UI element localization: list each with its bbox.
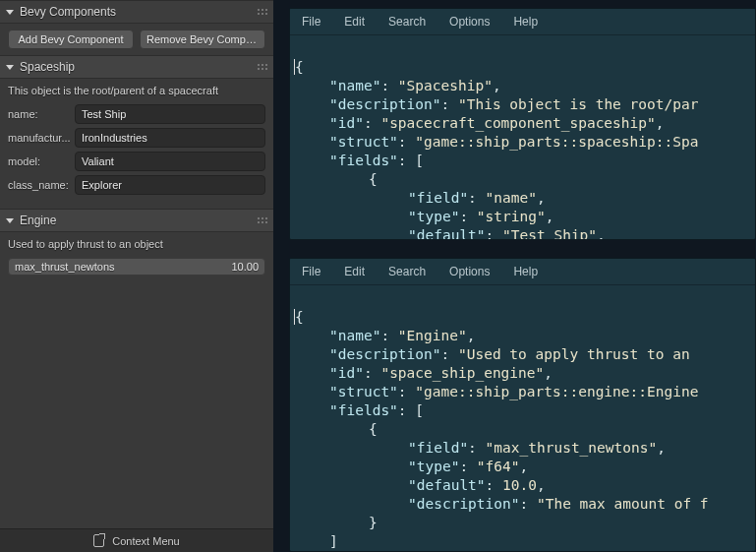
menu-edit[interactable]: Edit	[332, 261, 377, 282]
menu-help[interactable]: Help	[501, 11, 550, 32]
json-id: space_ship_engine	[389, 365, 535, 381]
json-field-type: string	[486, 209, 537, 224]
code-editor-menubar: File Edit Search Options Help	[290, 9, 755, 35]
menu-help[interactable]: Help	[501, 261, 550, 282]
chevron-down-icon	[6, 218, 14, 223]
menu-options[interactable]: Options	[437, 261, 501, 282]
numeric-value: 10.00	[231, 261, 259, 273]
menu-search[interactable]: Search	[377, 11, 437, 32]
chevron-down-icon	[6, 10, 14, 15]
section-title: Spaceship	[20, 60, 258, 74]
field-row-manufacturer: manufactur...	[8, 128, 265, 148]
panel-title: Bevy Components	[20, 5, 258, 19]
section-description: This object is the root/parent of a spac…	[8, 85, 265, 96]
field-label: model:	[8, 155, 75, 167]
add-bevy-component-button[interactable]: Add Bevy Component	[8, 30, 134, 49]
name-input[interactable]	[75, 104, 265, 124]
menu-file[interactable]: File	[290, 261, 332, 282]
json-name: Spaceship	[407, 78, 485, 93]
json-name: Engine	[407, 328, 458, 343]
field-row-class-name: class_name:	[8, 175, 265, 195]
json-struct: game::ship_parts::spaceship::Spa	[424, 134, 698, 150]
menu-search[interactable]: Search	[377, 261, 437, 282]
menu-options[interactable]: Options	[437, 11, 501, 32]
model-input[interactable]	[75, 152, 265, 171]
panel-header-bevy-components[interactable]: Bevy Components	[0, 0, 273, 24]
field-label: name:	[8, 108, 75, 120]
code-text-area[interactable]: {"name": "Engine","description": "Used t…	[290, 285, 755, 551]
section-body-spaceship: This object is the root/parent of a spac…	[0, 79, 273, 209]
drag-handle-icon[interactable]	[258, 64, 267, 70]
chevron-down-icon	[6, 65, 14, 70]
section-title: Engine	[20, 214, 258, 227]
json-description: This object is the root/par	[467, 96, 699, 112]
class-name-input[interactable]	[75, 175, 265, 195]
context-menu-icon	[93, 534, 104, 547]
panel-empty-space	[0, 285, 273, 528]
context-menu-button[interactable]: Context Menu	[0, 528, 273, 552]
field-label: manufactur...	[8, 132, 75, 144]
json-field-default: Test Ship	[511, 227, 589, 239]
json-description: Used to apply thrust to an	[467, 346, 690, 362]
menu-edit[interactable]: Edit	[332, 11, 377, 32]
json-field-name: name	[494, 190, 528, 206]
section-header-spaceship[interactable]: Spaceship	[0, 55, 273, 79]
manufacturer-input[interactable]	[75, 128, 265, 148]
numeric-label: max_thrust_newtons	[15, 261, 231, 273]
code-editor-spaceship: File Edit Search Options Help {"name": "…	[289, 8, 756, 240]
properties-panel: Bevy Components Add Bevy Component Remov…	[0, 0, 273, 552]
context-menu-label: Context Menu	[112, 535, 179, 547]
json-field-type: f64	[486, 459, 511, 474]
json-id: spacecraft_component_spaceship	[389, 115, 647, 131]
drag-handle-icon[interactable]	[258, 217, 267, 223]
section-description: Used to apply thrust to an object	[8, 238, 265, 250]
json-struct: game::ship_parts::engine::Engine	[424, 384, 698, 399]
menu-file[interactable]: File	[290, 11, 332, 32]
field-row-name: name:	[8, 104, 265, 124]
section-body-engine: Used to apply thrust to an object max_th…	[0, 232, 273, 285]
code-editor-menubar: File Edit Search Options Help	[290, 259, 755, 285]
right-side: File Edit Search Options Help {"name": "…	[273, 0, 756, 552]
code-editor-engine: File Edit Search Options Help {"name": "…	[289, 258, 756, 552]
code-text-area[interactable]: {"name": "Spaceship","description": "Thi…	[290, 35, 755, 239]
section-header-engine[interactable]: Engine	[0, 209, 273, 232]
json-field-name: max_thrust_newtons	[494, 440, 648, 456]
field-row-model: model:	[8, 152, 265, 171]
json-field-description: The max amount of f	[546, 496, 709, 512]
max-thrust-newtons-slider[interactable]: max_thrust_newtons 10.00	[8, 258, 265, 276]
drag-handle-icon[interactable]	[258, 9, 267, 15]
field-label: class_name:	[8, 179, 75, 191]
json-field-default: 10.0	[502, 477, 537, 493]
component-button-row: Add Bevy Component Remove Bevy Compon...	[0, 24, 273, 55]
remove-bevy-component-button[interactable]: Remove Bevy Compon...	[140, 30, 265, 49]
